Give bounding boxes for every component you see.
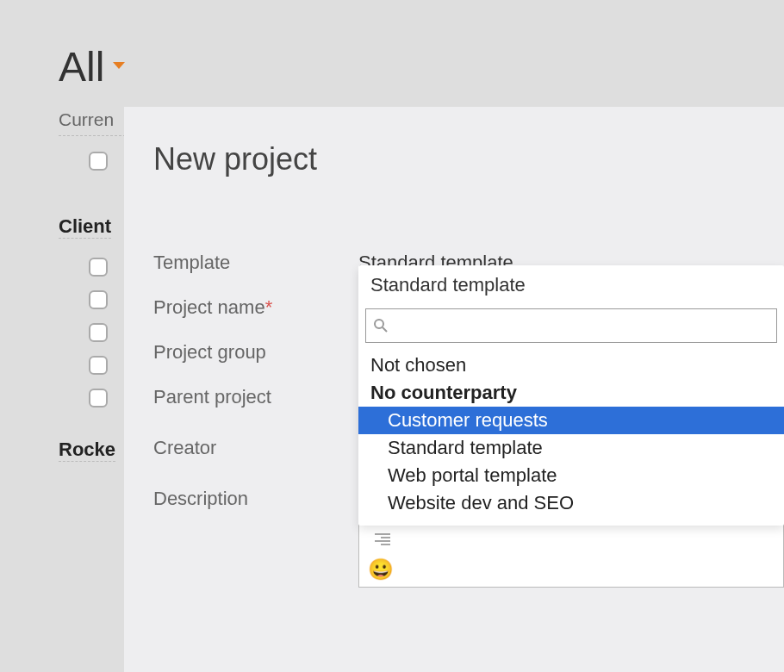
list-item-checkbox[interactable]	[89, 258, 108, 277]
template-option[interactable]: Not chosen	[358, 352, 784, 379]
list-item-checkbox[interactable]	[89, 389, 108, 408]
template-option-group: No counterparty	[358, 379, 784, 407]
filter-all-dropdown[interactable]: All	[59, 43, 125, 90]
required-asterisk: *	[265, 296, 273, 318]
list-item-checkbox[interactable]	[89, 290, 108, 309]
template-dropdown-selected[interactable]: Standard template	[358, 265, 784, 305]
template-search-input[interactable]	[395, 309, 769, 342]
align-right-icon[interactable]	[368, 526, 397, 552]
list-item-checkbox[interactable]	[89, 323, 108, 342]
creator-label: Creator	[153, 437, 358, 459]
svg-point-34	[375, 320, 383, 328]
template-option[interactable]: Standard template	[358, 434, 784, 462]
section-client-label: Client	[59, 215, 111, 239]
template-search-field[interactable]	[365, 308, 777, 343]
parent-project-label: Parent project	[153, 386, 358, 408]
template-label: Template	[153, 252, 358, 274]
project-name-label: Project name*	[153, 296, 358, 319]
template-option[interactable]: Web portal template	[358, 462, 784, 489]
template-dropdown-list: Not chosenNo counterpartyCustomer reques…	[358, 348, 784, 526]
svg-line-35	[383, 327, 387, 332]
project-group-label: Project group	[153, 341, 358, 364]
list-item-checkbox[interactable]	[89, 356, 108, 375]
chevron-down-icon	[113, 62, 125, 69]
filter-all-label: All	[59, 43, 104, 90]
template-option[interactable]: Website dev and SEO	[358, 489, 784, 517]
new-project-modal: New project Template Standard template P…	[124, 107, 784, 672]
emoji-button[interactable]: 😀	[368, 557, 775, 582]
description-label: Description	[153, 488, 358, 510]
list-item-checkbox[interactable]	[89, 152, 108, 171]
section-rocket-label: Rocke	[59, 439, 115, 462]
project-name-label-text: Project name	[153, 296, 265, 318]
template-option[interactable]: Customer requests	[358, 407, 784, 434]
template-dropdown-panel: Standard template Not chosenNo counterpa…	[358, 265, 784, 526]
search-icon	[373, 318, 389, 333]
modal-title: New project	[153, 141, 784, 177]
